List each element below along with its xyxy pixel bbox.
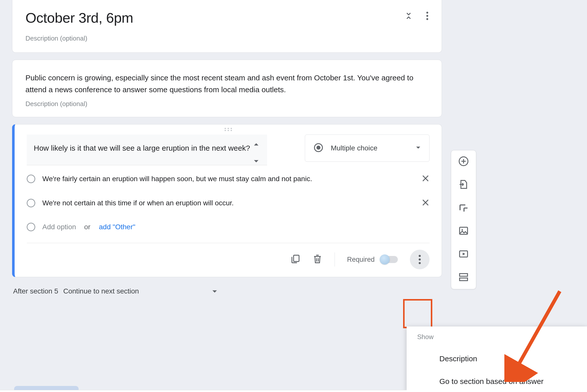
section-header-card: October 3rd, 6pm Description (optional) [12,0,442,53]
option-text[interactable]: We're fairly certain an eruption will ha… [42,175,414,183]
section-description-placeholder[interactable]: Description (optional) [25,35,429,42]
svg-point-12 [419,255,421,257]
add-option-or: or [84,223,90,231]
question-type-select[interactable]: Multiple choice [305,135,430,162]
add-option-button[interactable]: Add option [42,223,76,231]
caret-down-icon [212,287,217,295]
divider [335,252,335,267]
svg-point-2 [426,18,428,20]
question-overflow-menu: Show Description Go to section based on … [407,326,587,392]
add-section-icon[interactable] [458,272,469,283]
duplicate-icon[interactable] [290,254,300,265]
context-text[interactable]: Public concern is growing, especially si… [25,72,429,95]
add-option-row: Add option or add "Other" [27,223,430,231]
menu-item-go-to-section[interactable]: Go to section based on answer [407,370,587,392]
question-overflow-button[interactable] [410,250,430,269]
remove-option-icon[interactable] [421,199,430,208]
menu-heading: Show [407,333,587,347]
required-label: Required [347,256,375,264]
annotation-highlight [403,299,432,328]
collapse-icon[interactable] [404,12,413,21]
context-description-placeholder[interactable]: Description (optional) [25,100,429,108]
drag-handle-icon[interactable] [15,124,442,134]
chevron-down-icon[interactable] [253,159,260,164]
after-section-select[interactable]: Continue to next section [63,287,217,295]
svg-rect-11 [294,255,299,262]
section-title[interactable]: October 3rd, 6pm [25,10,429,26]
svg-point-7 [227,130,229,131]
svg-point-13 [419,258,421,260]
add-video-icon[interactable] [458,249,469,260]
chevron-up-icon[interactable] [253,143,260,147]
svg-point-4 [227,128,229,129]
svg-rect-19 [460,274,468,276]
floating-toolbar [451,150,476,289]
caret-down-icon [416,146,421,150]
remove-option-icon[interactable] [421,174,430,183]
bottom-border [0,390,407,392]
add-question-icon[interactable] [458,156,469,168]
menu-item-description[interactable]: Description [407,347,587,370]
question-card: How likely is it that we will see a larg… [12,124,442,277]
required-toggle[interactable] [380,256,398,263]
add-other-button[interactable]: add "Other" [99,223,135,231]
after-section-label: After section 5 [13,287,58,295]
radio-icon [314,143,323,153]
after-section-value: Continue to next section [63,287,139,295]
svg-point-8 [231,130,232,131]
question-type-label: Multiple choice [331,144,408,152]
svg-point-5 [231,128,232,129]
option-row: We're not certain at this time if or whe… [27,199,430,208]
svg-point-17 [462,229,463,231]
overflow-icon[interactable] [423,12,432,21]
add-title-icon[interactable] [458,202,469,214]
radio-placeholder-icon [27,199,35,207]
svg-point-0 [426,12,428,14]
option-row: We're fairly certain an eruption will ha… [27,174,430,183]
svg-point-14 [419,262,421,264]
context-card: Public concern is growing, especially si… [12,60,442,117]
svg-point-3 [224,128,226,129]
radio-placeholder-icon [27,223,35,231]
radio-placeholder-icon [27,175,35,183]
question-text: How likely is it that we will see a larg… [34,142,253,165]
option-text[interactable]: We're not certain at this time if or whe… [42,199,414,207]
delete-icon[interactable] [312,254,322,265]
add-image-icon[interactable] [458,225,469,237]
svg-point-1 [426,15,428,17]
svg-rect-20 [460,278,468,281]
import-questions-icon[interactable] [458,179,469,191]
svg-point-6 [224,130,226,131]
question-text-input[interactable]: How likely is it that we will see a larg… [27,135,267,165]
svg-point-10 [316,146,320,150]
